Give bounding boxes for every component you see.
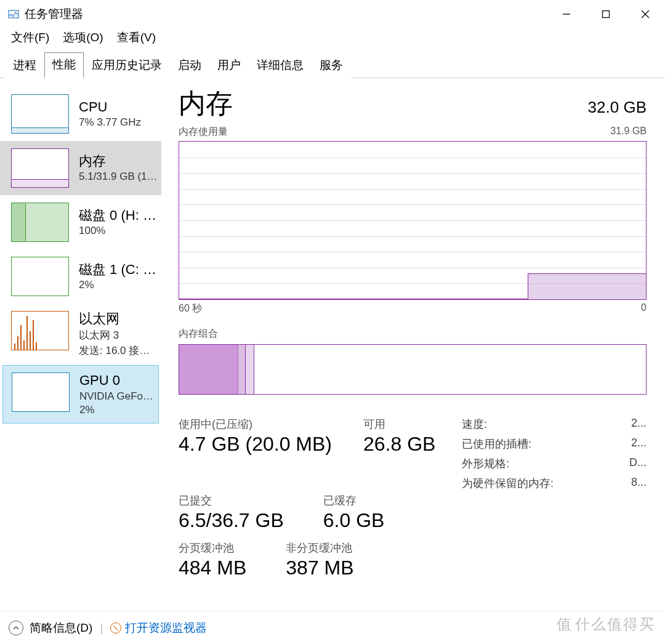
gpu-thumbnail-icon	[12, 372, 70, 412]
composition-label: 内存组合	[179, 328, 647, 340]
sidebar-item-gpu[interactable]: GPU 0 NVIDIA GeForce... 2%	[2, 365, 159, 423]
memory-panel: 内存 32.0 GB 内存使用量 31.9 GB 60 秒 0 内存组合	[161, 78, 665, 619]
usage-chart-label: 内存使用量	[179, 126, 228, 139]
svg-rect-2	[603, 10, 610, 17]
sidebar-item-sub: 以太网 3	[79, 328, 158, 342]
tab-details[interactable]: 详细信息	[249, 53, 312, 78]
window-controls	[547, 0, 665, 28]
minimize-button[interactable]	[547, 0, 586, 28]
sidebar-item-ethernet[interactable]: 以太网 以太网 3 发送: 16.0 接收: 64.0 K	[0, 304, 161, 365]
speed-value: 2...	[631, 417, 647, 432]
cached-label: 已缓存	[323, 493, 385, 508]
usage-chart-max: 31.9 GB	[610, 126, 647, 139]
reserved-label: 为硬件保留的内存:	[462, 476, 554, 491]
maximize-button[interactable]	[586, 0, 626, 28]
form-label: 外形规格:	[462, 456, 509, 471]
composition-free	[254, 345, 646, 394]
total-memory: 32.0 GB	[588, 98, 647, 117]
menu-view[interactable]: 查看(V)	[117, 30, 156, 46]
available-value: 26.8 GB	[363, 433, 456, 456]
sidebar-item-title: 磁盘 0 (H: I: E: I: F	[79, 207, 158, 223]
memory-stats: 使用中(已压缩) 4.7 GB (20.0 MB) 可用 26.8 GB 速度:…	[179, 417, 647, 590]
ethernet-thumbnail-icon	[11, 311, 69, 350]
memory-composition-chart[interactable]	[179, 344, 647, 395]
resource-monitor-label: 打开资源监视器	[125, 620, 207, 636]
sidebar-item-sub: 2%	[79, 279, 158, 291]
app-icon	[7, 8, 20, 20]
xaxis-right: 0	[641, 302, 647, 315]
tab-app-history[interactable]: 应用历史记录	[84, 53, 170, 78]
open-resource-monitor-link[interactable]: 打开资源监视器	[110, 620, 207, 636]
committed-label: 已提交	[179, 493, 284, 508]
cached-value: 6.0 GB	[323, 509, 385, 532]
menu-bar: 文件(F) 选项(O) 查看(V)	[0, 28, 665, 52]
speed-label: 速度:	[462, 417, 487, 432]
sidebar-item-title: GPU 0	[79, 372, 155, 388]
reserved-value: 8...	[631, 476, 647, 491]
tab-services[interactable]: 服务	[312, 53, 351, 78]
composition-standby	[246, 345, 254, 394]
sidebar-item-title: 以太网	[79, 311, 158, 327]
tab-users[interactable]: 用户	[209, 53, 249, 78]
memory-usage-chart[interactable]	[179, 141, 647, 300]
slots-value: 2...	[631, 437, 647, 451]
form-value: D...	[629, 456, 647, 471]
sidebar-item-memory[interactable]: 内存 5.1/31.9 GB (16%)	[0, 141, 161, 195]
xaxis-left: 60 秒	[179, 302, 202, 315]
sidebar-item-sub2: 发送: 16.0 接收: 64.0 K	[79, 344, 158, 358]
tab-strip: 进程 性能 应用历史记录 启动 用户 详细信息 服务	[0, 52, 665, 78]
performance-sidebar: CPU 7% 3.77 GHz 内存 5.1/31.9 GB (16%) 磁盘 …	[0, 78, 161, 619]
sidebar-item-sub: 100%	[79, 225, 158, 237]
composition-in-use	[179, 345, 238, 394]
sidebar-item-cpu[interactable]: CPU 7% 3.77 GHz	[0, 87, 161, 141]
watermark: 值 什么值得买	[557, 614, 655, 634]
sidebar-item-title: 磁盘 1 (C: D:)	[79, 262, 158, 278]
window-title: 任务管理器	[25, 6, 83, 22]
paged-label: 分页缓冲池	[179, 541, 246, 555]
disk0-thumbnail-icon	[11, 203, 69, 242]
tab-processes[interactable]: 进程	[5, 53, 44, 78]
close-button[interactable]	[626, 0, 665, 28]
sidebar-item-title: 内存	[79, 153, 158, 169]
in-use-label: 使用中(已压缩)	[179, 417, 357, 432]
menu-options[interactable]: 选项(O)	[63, 30, 103, 46]
in-use-value: 4.7 GB (20.0 MB)	[179, 433, 357, 456]
tab-startup[interactable]: 启动	[170, 53, 209, 78]
available-label: 可用	[363, 417, 456, 432]
sidebar-item-sub2: 2%	[79, 404, 155, 416]
paged-value: 484 MB	[179, 557, 246, 579]
memory-specs: 速度:2... 已使用的插槽:2... 外形规格:D... 为硬件保留的内存:8…	[462, 417, 647, 496]
sidebar-item-disk1[interactable]: 磁盘 1 (C: D:) 2%	[0, 249, 161, 304]
divider: |	[100, 621, 103, 635]
composition-modified	[238, 345, 246, 394]
sidebar-item-sub: NVIDIA GeForce...	[79, 390, 155, 403]
sidebar-item-sub: 7% 3.77 GHz	[79, 116, 141, 129]
sidebar-item-title: CPU	[79, 99, 141, 115]
nonpaged-value: 387 MB	[286, 557, 353, 579]
tab-performance[interactable]: 性能	[44, 52, 84, 78]
resource-monitor-icon	[110, 622, 121, 634]
brief-info-link[interactable]: 简略信息(D)	[30, 620, 92, 636]
watermark-icon: 值	[557, 614, 573, 634]
panel-title: 内存	[179, 86, 233, 122]
committed-value: 6.5/36.7 GB	[179, 509, 284, 532]
menu-file[interactable]: 文件(F)	[11, 30, 49, 46]
content-area: CPU 7% 3.77 GHz 内存 5.1/31.9 GB (16%) 磁盘 …	[0, 78, 665, 619]
chevron-up-icon[interactable]	[9, 621, 23, 635]
disk1-thumbnail-icon	[11, 257, 69, 296]
sidebar-item-disk0[interactable]: 磁盘 0 (H: I: E: I: F 100%	[0, 195, 161, 249]
nonpaged-label: 非分页缓冲池	[286, 541, 353, 555]
slots-label: 已使用的插槽:	[462, 437, 531, 451]
memory-thumbnail-icon	[11, 148, 69, 188]
cpu-thumbnail-icon	[11, 94, 69, 134]
title-bar: 任务管理器	[0, 0, 665, 28]
sidebar-item-sub: 5.1/31.9 GB (16%)	[79, 171, 158, 183]
